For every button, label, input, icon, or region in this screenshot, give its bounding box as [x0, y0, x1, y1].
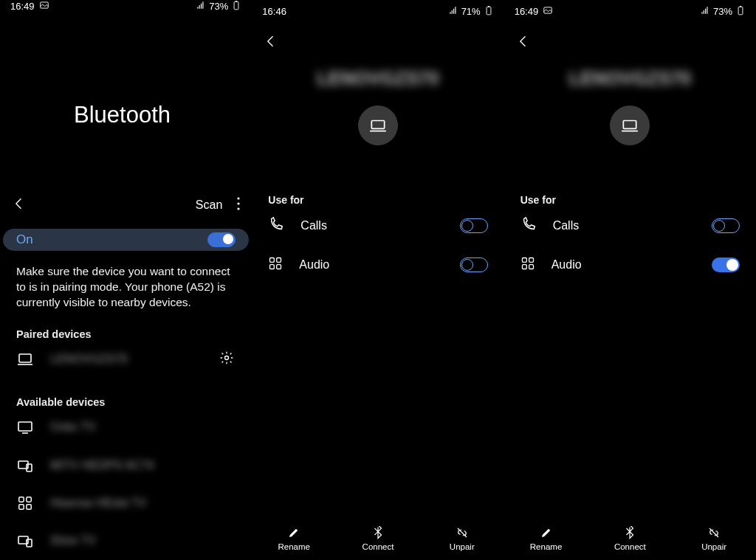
device-name: LENOVGZS70 — [50, 353, 203, 366]
grid-icon — [520, 256, 535, 274]
action-label: Connect — [362, 542, 394, 551]
bluetooth-toggle-row[interactable]: On — [3, 229, 249, 252]
available-device-row[interactable]: MITV HEDPS 6C74 — [0, 446, 252, 485]
status-time: 16:46 — [262, 6, 286, 17]
use-for-audio-row[interactable]: Audio — [504, 246, 756, 284]
svg-rect-2 — [236, 1, 237, 1]
bluetooth-icon — [623, 526, 636, 539]
audio-toggle[interactable] — [712, 257, 740, 272]
toggle-label: On — [16, 232, 33, 247]
svg-rect-10 — [27, 464, 32, 471]
audio-toggle[interactable] — [460, 257, 488, 272]
devices-icon — [16, 532, 34, 550]
rename-button[interactable]: Rename — [252, 517, 336, 560]
rename-button[interactable]: Rename — [504, 517, 588, 560]
unpair-icon — [707, 526, 721, 539]
device-title: LENOVGZS70 — [252, 68, 504, 89]
device-title: LENOVGZS70 — [504, 68, 756, 89]
svg-rect-18 — [487, 6, 489, 7]
svg-rect-17 — [487, 7, 491, 14]
grid-icon — [16, 495, 34, 511]
unpair-button[interactable]: Unpair — [420, 517, 504, 560]
svg-point-4 — [238, 202, 240, 204]
panel-device-detail-off: 16:46 71% LENOVGZS70 Use for Calls Audio — [252, 0, 504, 560]
panel-bluetooth-settings: 16:49 73% Bluetooth Scan On Make sure th… — [0, 0, 252, 560]
pencil-icon — [287, 526, 300, 539]
svg-rect-13 — [19, 505, 24, 509]
screenshot-icon — [39, 0, 49, 13]
laptop-icon — [620, 116, 639, 135]
panel-device-detail-audio-on: 16:49 73% LENOVGZS70 Use for Calls Audio — [504, 0, 756, 560]
screenshot-icon — [543, 5, 553, 18]
back-icon[interactable] — [264, 38, 278, 51]
tv-icon — [16, 418, 34, 436]
action-label: Rename — [278, 542, 309, 551]
svg-rect-22 — [270, 265, 275, 269]
devices-icon — [16, 457, 34, 474]
phone-icon — [520, 216, 537, 235]
svg-point-5 — [238, 207, 240, 210]
bluetooth-icon — [371, 526, 385, 539]
svg-point-7 — [225, 356, 229, 360]
battery-percent: 71% — [461, 6, 481, 17]
svg-rect-23 — [277, 265, 281, 269]
svg-rect-14 — [27, 505, 31, 509]
action-label: Connect — [614, 542, 646, 551]
bluetooth-toggle[interactable] — [207, 232, 236, 247]
unpair-icon — [456, 526, 469, 539]
pencil-icon — [540, 526, 553, 539]
battery-percent: 73% — [209, 1, 228, 12]
svg-rect-19 — [371, 121, 384, 129]
use-for-audio-row[interactable]: Audio — [252, 246, 504, 284]
status-bar: 16:49 73% — [504, 0, 756, 22]
svg-rect-25 — [738, 7, 743, 14]
svg-rect-20 — [270, 258, 275, 263]
helper-text: Make sure the device you want to connect… — [0, 251, 252, 311]
available-devices-header: Available devices — [0, 378, 252, 408]
battery-icon — [484, 5, 494, 18]
battery-icon — [735, 5, 746, 18]
svg-rect-8 — [18, 422, 32, 431]
connect-button[interactable]: Connect — [588, 517, 672, 560]
use-for-header: Use for — [504, 145, 756, 206]
page-title: Bluetooth — [0, 13, 252, 128]
calls-toggle[interactable] — [712, 218, 740, 233]
use-for-calls-row[interactable]: Calls — [252, 206, 504, 246]
device-name: MITV HEDPS 6C74 — [50, 459, 236, 472]
device-name: Shire TV — [50, 534, 236, 547]
back-icon[interactable] — [516, 38, 531, 51]
svg-rect-6 — [19, 354, 31, 362]
action-label: Unpair — [450, 542, 475, 551]
calls-toggle[interactable] — [460, 218, 488, 233]
device-name: Hisense HEdst TV — [50, 497, 236, 510]
device-type-circle — [358, 106, 398, 145]
svg-rect-31 — [529, 265, 533, 269]
scan-button[interactable]: Scan — [196, 198, 222, 212]
option-label: Calls — [300, 219, 443, 232]
phone-icon — [268, 216, 284, 235]
more-icon[interactable] — [237, 197, 240, 213]
back-icon[interactable] — [12, 196, 27, 214]
status-time: 16:49 — [10, 1, 35, 12]
option-label: Audio — [299, 258, 443, 272]
status-time: 16:49 — [515, 6, 539, 17]
unpair-button[interactable]: Unpair — [672, 517, 756, 560]
gear-icon[interactable] — [219, 350, 236, 368]
paired-device-row[interactable]: LENOVGZS70 — [0, 340, 252, 378]
paired-devices-header: Paired devices — [0, 311, 252, 340]
svg-rect-12 — [27, 497, 31, 502]
available-device-row[interactable]: Shire TV — [0, 522, 252, 560]
use-for-header: Use for — [252, 145, 504, 206]
svg-rect-11 — [19, 497, 24, 502]
signal-icon — [700, 5, 710, 18]
available-device-row[interactable]: Hisense HEdst TV — [0, 485, 252, 522]
use-for-calls-row[interactable]: Calls — [504, 206, 756, 246]
svg-rect-28 — [522, 258, 526, 263]
action-label: Rename — [530, 542, 562, 551]
svg-point-3 — [238, 197, 240, 199]
connect-button[interactable]: Connect — [336, 517, 420, 560]
battery-icon — [231, 0, 241, 13]
svg-rect-26 — [740, 6, 741, 7]
laptop-icon — [16, 350, 34, 368]
available-device-row[interactable]: Onkx TV — [0, 408, 252, 446]
